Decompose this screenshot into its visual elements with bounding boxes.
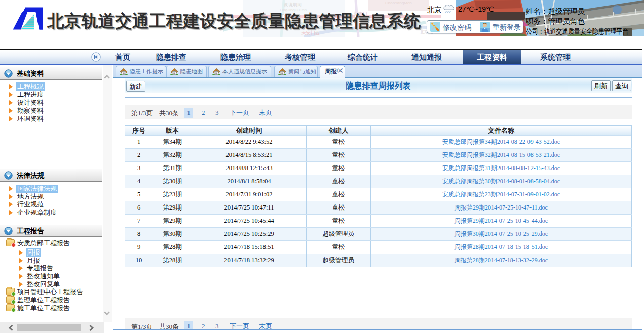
- svg-text:灵境胡同: 灵境胡同: [284, 2, 302, 7]
- svg-text:ChaoYangMen: ChaoYangMen: [385, 1, 412, 5]
